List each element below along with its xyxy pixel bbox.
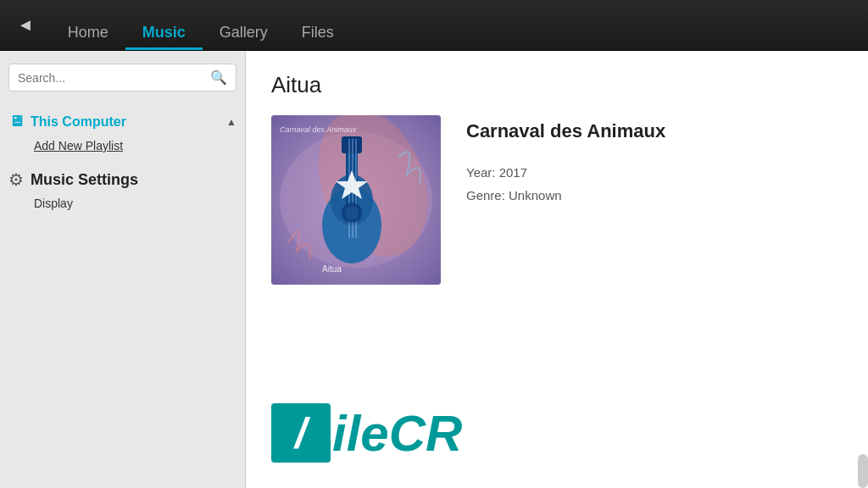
display-link[interactable]: Display bbox=[8, 194, 236, 213]
album-genre: Genre: Unknown bbox=[466, 184, 665, 207]
nav-tabs: Home Music Gallery Files bbox=[51, 0, 351, 50]
scrollbar[interactable] bbox=[858, 454, 868, 488]
tab-home[interactable]: Home bbox=[51, 24, 125, 50]
back-button[interactable]: ◄ bbox=[8, 11, 42, 39]
add-new-playlist-link[interactable]: Add New Playlist bbox=[8, 135, 236, 157]
monitor-icon: 🖥 bbox=[8, 113, 24, 130]
search-box[interactable]: 🔍 bbox=[8, 64, 236, 92]
music-settings-label: Music Settings bbox=[31, 171, 138, 189]
album-year: Year: 2017 bbox=[466, 161, 665, 184]
album-info: Carnaval des Animaux Year: 2017 Genre: U… bbox=[466, 115, 665, 207]
this-computer-section: 🖥 This Computer ▲ Add New Playlist bbox=[8, 108, 236, 157]
filecr-f-icon: / bbox=[271, 403, 331, 463]
svg-text:Aitua: Aitua bbox=[322, 264, 342, 274]
search-icon: 🔍 bbox=[210, 69, 227, 86]
svg-text:Carnaval des Animaux: Carnaval des Animaux bbox=[280, 125, 357, 134]
tab-gallery[interactable]: Gallery bbox=[203, 24, 285, 50]
collapse-arrow-icon[interactable]: ▲ bbox=[226, 116, 236, 128]
this-computer-left: 🖥 This Computer bbox=[8, 113, 126, 130]
album-name: Carnaval des Animaux bbox=[466, 119, 665, 144]
tab-music[interactable]: Music bbox=[125, 24, 203, 50]
music-settings-row[interactable]: ⚙ Music Settings bbox=[8, 161, 236, 194]
album-art: Carnaval des Animaux Aitua bbox=[271, 115, 441, 285]
gear-icon: ⚙ bbox=[8, 169, 24, 190]
album-meta: Year: 2017 Genre: Unknown bbox=[466, 161, 665, 207]
search-input[interactable] bbox=[18, 71, 210, 85]
main-layout: 🔍 🖥 This Computer ▲ Add New Playlist ⚙ M… bbox=[0, 51, 868, 488]
filecr-watermark: / ileCR bbox=[271, 403, 462, 463]
filecr-text: ileCR bbox=[332, 404, 462, 463]
svg-rect-6 bbox=[342, 136, 362, 153]
tab-files[interactable]: Files bbox=[285, 24, 351, 50]
top-navigation: ◄ Home Music Gallery Files bbox=[0, 0, 868, 51]
this-computer-label: This Computer bbox=[31, 114, 126, 130]
this-computer-row[interactable]: 🖥 This Computer ▲ bbox=[8, 108, 236, 135]
album-row: Carnaval des Animaux Aitua Carnaval des … bbox=[271, 115, 843, 285]
content-area: Aitua bbox=[246, 51, 868, 488]
artist-title: Aitua bbox=[271, 72, 843, 98]
svg-point-12 bbox=[345, 206, 359, 219]
sidebar: 🔍 🖥 This Computer ▲ Add New Playlist ⚙ M… bbox=[0, 51, 246, 488]
